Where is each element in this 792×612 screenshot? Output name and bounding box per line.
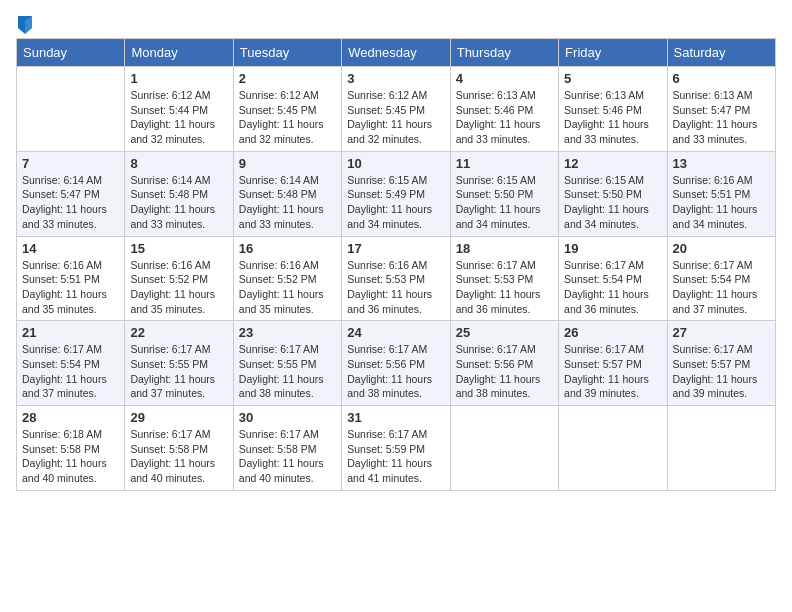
day-info: Sunrise: 6:17 AM Sunset: 5:55 PM Dayligh… (130, 342, 227, 401)
day-info: Sunrise: 6:17 AM Sunset: 5:58 PM Dayligh… (130, 427, 227, 486)
calendar-cell: 11Sunrise: 6:15 AM Sunset: 5:50 PM Dayli… (450, 151, 558, 236)
day-number: 17 (347, 241, 444, 256)
day-info: Sunrise: 6:17 AM Sunset: 5:54 PM Dayligh… (673, 258, 770, 317)
calendar-week-row: 1Sunrise: 6:12 AM Sunset: 5:44 PM Daylig… (17, 67, 776, 152)
calendar-cell: 18Sunrise: 6:17 AM Sunset: 5:53 PM Dayli… (450, 236, 558, 321)
day-info: Sunrise: 6:17 AM Sunset: 5:56 PM Dayligh… (456, 342, 553, 401)
calendar-cell: 19Sunrise: 6:17 AM Sunset: 5:54 PM Dayli… (559, 236, 667, 321)
day-info: Sunrise: 6:17 AM Sunset: 5:57 PM Dayligh… (564, 342, 661, 401)
day-info: Sunrise: 6:16 AM Sunset: 5:53 PM Dayligh… (347, 258, 444, 317)
page-header (16, 16, 776, 30)
calendar-table: SundayMondayTuesdayWednesdayThursdayFrid… (16, 38, 776, 491)
calendar-cell (17, 67, 125, 152)
day-info: Sunrise: 6:16 AM Sunset: 5:51 PM Dayligh… (22, 258, 119, 317)
calendar-cell: 25Sunrise: 6:17 AM Sunset: 5:56 PM Dayli… (450, 321, 558, 406)
day-number: 30 (239, 410, 336, 425)
day-info: Sunrise: 6:17 AM Sunset: 5:54 PM Dayligh… (564, 258, 661, 317)
day-info: Sunrise: 6:16 AM Sunset: 5:52 PM Dayligh… (130, 258, 227, 317)
calendar-cell: 10Sunrise: 6:15 AM Sunset: 5:49 PM Dayli… (342, 151, 450, 236)
calendar-cell: 15Sunrise: 6:16 AM Sunset: 5:52 PM Dayli… (125, 236, 233, 321)
day-info: Sunrise: 6:15 AM Sunset: 5:50 PM Dayligh… (564, 173, 661, 232)
calendar-header-thursday: Thursday (450, 39, 558, 67)
calendar-cell: 23Sunrise: 6:17 AM Sunset: 5:55 PM Dayli… (233, 321, 341, 406)
day-number: 6 (673, 71, 770, 86)
day-number: 15 (130, 241, 227, 256)
calendar-cell: 1Sunrise: 6:12 AM Sunset: 5:44 PM Daylig… (125, 67, 233, 152)
calendar-cell: 27Sunrise: 6:17 AM Sunset: 5:57 PM Dayli… (667, 321, 775, 406)
day-number: 9 (239, 156, 336, 171)
day-number: 19 (564, 241, 661, 256)
calendar-cell: 30Sunrise: 6:17 AM Sunset: 5:58 PM Dayli… (233, 406, 341, 491)
calendar-cell: 2Sunrise: 6:12 AM Sunset: 5:45 PM Daylig… (233, 67, 341, 152)
calendar-cell: 12Sunrise: 6:15 AM Sunset: 5:50 PM Dayli… (559, 151, 667, 236)
day-number: 5 (564, 71, 661, 86)
day-number: 31 (347, 410, 444, 425)
day-number: 8 (130, 156, 227, 171)
calendar-cell: 31Sunrise: 6:17 AM Sunset: 5:59 PM Dayli… (342, 406, 450, 491)
calendar-cell (559, 406, 667, 491)
day-number: 20 (673, 241, 770, 256)
day-info: Sunrise: 6:17 AM Sunset: 5:57 PM Dayligh… (673, 342, 770, 401)
day-info: Sunrise: 6:18 AM Sunset: 5:58 PM Dayligh… (22, 427, 119, 486)
day-info: Sunrise: 6:16 AM Sunset: 5:52 PM Dayligh… (239, 258, 336, 317)
day-number: 22 (130, 325, 227, 340)
day-number: 24 (347, 325, 444, 340)
calendar-header-monday: Monday (125, 39, 233, 67)
calendar-cell: 16Sunrise: 6:16 AM Sunset: 5:52 PM Dayli… (233, 236, 341, 321)
calendar-cell: 28Sunrise: 6:18 AM Sunset: 5:58 PM Dayli… (17, 406, 125, 491)
calendar-cell: 3Sunrise: 6:12 AM Sunset: 5:45 PM Daylig… (342, 67, 450, 152)
day-number: 23 (239, 325, 336, 340)
day-info: Sunrise: 6:17 AM Sunset: 5:59 PM Dayligh… (347, 427, 444, 486)
day-info: Sunrise: 6:17 AM Sunset: 5:56 PM Dayligh… (347, 342, 444, 401)
day-number: 16 (239, 241, 336, 256)
day-number: 13 (673, 156, 770, 171)
calendar-cell: 4Sunrise: 6:13 AM Sunset: 5:46 PM Daylig… (450, 67, 558, 152)
day-number: 21 (22, 325, 119, 340)
day-info: Sunrise: 6:17 AM Sunset: 5:53 PM Dayligh… (456, 258, 553, 317)
day-info: Sunrise: 6:15 AM Sunset: 5:50 PM Dayligh… (456, 173, 553, 232)
calendar-cell: 29Sunrise: 6:17 AM Sunset: 5:58 PM Dayli… (125, 406, 233, 491)
day-info: Sunrise: 6:14 AM Sunset: 5:47 PM Dayligh… (22, 173, 119, 232)
day-info: Sunrise: 6:17 AM Sunset: 5:55 PM Dayligh… (239, 342, 336, 401)
calendar-cell: 24Sunrise: 6:17 AM Sunset: 5:56 PM Dayli… (342, 321, 450, 406)
day-info: Sunrise: 6:12 AM Sunset: 5:44 PM Dayligh… (130, 88, 227, 147)
calendar-header-friday: Friday (559, 39, 667, 67)
day-number: 25 (456, 325, 553, 340)
day-info: Sunrise: 6:17 AM Sunset: 5:54 PM Dayligh… (22, 342, 119, 401)
day-number: 11 (456, 156, 553, 171)
calendar-week-row: 28Sunrise: 6:18 AM Sunset: 5:58 PM Dayli… (17, 406, 776, 491)
calendar-cell: 9Sunrise: 6:14 AM Sunset: 5:48 PM Daylig… (233, 151, 341, 236)
day-number: 3 (347, 71, 444, 86)
day-number: 4 (456, 71, 553, 86)
calendar-cell: 17Sunrise: 6:16 AM Sunset: 5:53 PM Dayli… (342, 236, 450, 321)
calendar-cell (450, 406, 558, 491)
day-number: 2 (239, 71, 336, 86)
calendar-header-saturday: Saturday (667, 39, 775, 67)
day-number: 26 (564, 325, 661, 340)
calendar-cell (667, 406, 775, 491)
logo-icon (18, 16, 32, 34)
calendar-cell: 5Sunrise: 6:13 AM Sunset: 5:46 PM Daylig… (559, 67, 667, 152)
calendar-header-tuesday: Tuesday (233, 39, 341, 67)
calendar-week-row: 14Sunrise: 6:16 AM Sunset: 5:51 PM Dayli… (17, 236, 776, 321)
logo (16, 16, 32, 30)
day-number: 27 (673, 325, 770, 340)
day-number: 18 (456, 241, 553, 256)
day-number: 14 (22, 241, 119, 256)
day-number: 7 (22, 156, 119, 171)
calendar-cell: 26Sunrise: 6:17 AM Sunset: 5:57 PM Dayli… (559, 321, 667, 406)
calendar-week-row: 7Sunrise: 6:14 AM Sunset: 5:47 PM Daylig… (17, 151, 776, 236)
calendar-cell: 6Sunrise: 6:13 AM Sunset: 5:47 PM Daylig… (667, 67, 775, 152)
day-info: Sunrise: 6:13 AM Sunset: 5:46 PM Dayligh… (456, 88, 553, 147)
day-info: Sunrise: 6:15 AM Sunset: 5:49 PM Dayligh… (347, 173, 444, 232)
day-info: Sunrise: 6:14 AM Sunset: 5:48 PM Dayligh… (239, 173, 336, 232)
calendar-cell: 8Sunrise: 6:14 AM Sunset: 5:48 PM Daylig… (125, 151, 233, 236)
day-number: 28 (22, 410, 119, 425)
calendar-header-row: SundayMondayTuesdayWednesdayThursdayFrid… (17, 39, 776, 67)
calendar-cell: 22Sunrise: 6:17 AM Sunset: 5:55 PM Dayli… (125, 321, 233, 406)
calendar-header-wednesday: Wednesday (342, 39, 450, 67)
calendar-cell: 20Sunrise: 6:17 AM Sunset: 5:54 PM Dayli… (667, 236, 775, 321)
day-info: Sunrise: 6:16 AM Sunset: 5:51 PM Dayligh… (673, 173, 770, 232)
calendar-week-row: 21Sunrise: 6:17 AM Sunset: 5:54 PM Dayli… (17, 321, 776, 406)
day-info: Sunrise: 6:12 AM Sunset: 5:45 PM Dayligh… (347, 88, 444, 147)
